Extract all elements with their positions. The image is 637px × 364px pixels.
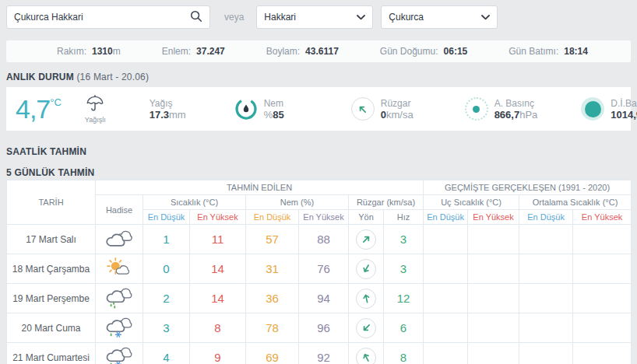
col-header-ext-max: En Yüksek <box>468 210 519 225</box>
temp-max-cell: 8 <box>190 313 246 343</box>
pressure-station-icon <box>465 97 488 121</box>
top-search-bar: veya Hakkari Çukurca <box>0 0 637 29</box>
current-conditions-panel: 4,7°C Yağışlı Yağış 17.3mm <box>6 87 631 131</box>
avg-temp-min-cell <box>519 225 573 254</box>
humidity-metric: Nem %85 <box>234 97 284 121</box>
wind-direction-cell <box>349 343 384 364</box>
ext-temp-max-cell <box>468 343 519 364</box>
wind-direction-arrow-icon <box>356 229 376 250</box>
col-header-avg-max: En Yüksek <box>573 210 632 225</box>
wind-direction-cell <box>349 225 384 254</box>
province-select-value: Hakkari <box>264 12 296 23</box>
current-section-title: ANLIK DURUM (16 Mart - 20.06) <box>6 72 631 82</box>
temp-min-cell: 1 <box>143 225 190 254</box>
wind-direction-arrow-icon <box>356 289 376 309</box>
wind-speed-cell: 12 <box>384 284 424 313</box>
ext-temp-max-cell <box>468 254 519 284</box>
humidity-max-cell: 88 <box>299 225 349 254</box>
date-cell: 19 Mart Perşembe <box>7 284 96 313</box>
col-header-temp-min: En Düşük <box>143 210 190 225</box>
avg-temp-max-cell <box>573 225 632 254</box>
temp-max-cell: 9 <box>190 343 246 364</box>
col-header-average-temp: Ortalama Sıcaklık (°C) <box>519 195 632 210</box>
wind-direction-cell <box>349 313 384 343</box>
forecast-row: 18 Mart Çarşamba01431763 <box>7 254 632 284</box>
ext-temp-min-cell <box>424 343 468 364</box>
wind-direction-arrow-icon <box>356 348 376 364</box>
avg-temp-min-cell <box>519 284 573 313</box>
date-cell: 20 Mart Cuma <box>7 313 96 343</box>
current-condition: Yağışlı <box>85 94 106 124</box>
temp-min-cell: 2 <box>143 284 190 313</box>
col-header-humidity: Nem (%) <box>246 195 349 210</box>
precipitation-metric: Yağış 17.3mm <box>150 98 186 121</box>
hourly-section-title[interactable]: SAATLİK TAHMİN <box>6 146 631 157</box>
five-day-section-title[interactable]: 5 GÜNLÜK TAHMİN <box>6 167 631 178</box>
search-input[interactable] <box>14 12 190 23</box>
humidity-max-cell: 94 <box>299 284 349 313</box>
col-header-wind-dir: Yön <box>349 210 384 225</box>
current-temperature: 4,7°C <box>16 94 62 124</box>
col-header-extreme-temp: Uç Sıcaklık (°C) <box>424 195 519 210</box>
ext-temp-max-cell <box>468 284 519 313</box>
col-header-wind: Rüzgar (km/sa) <box>349 195 424 210</box>
humidity-min-cell: 78 <box>246 313 299 343</box>
col-header-hum-min: En Düşük <box>246 210 299 225</box>
latitude-info: Enlem:37.247 <box>162 46 225 57</box>
ext-temp-max-cell <box>468 225 519 254</box>
avg-temp-min-cell <box>519 343 573 364</box>
humidity-max-cell: 92 <box>299 343 349 364</box>
condition-label: Yağışlı <box>85 116 106 124</box>
forecast-table: TARİH TAHMİN EDİLEN GEÇMİŞTE GERÇEKLEŞEN… <box>6 180 632 364</box>
cloudy-weather-icon <box>96 225 143 254</box>
forecast-body: 17 Mart Salı1115788318 Mart Çarşamba0143… <box>7 225 632 364</box>
wind-direction-cell <box>349 254 384 284</box>
actual-pressure-metric: A. Basınç 866,7hPa <box>465 97 538 121</box>
sunrise-info: Gün Doğumu:06:15 <box>380 46 467 57</box>
date-cell: 17 Mart Salı <box>7 225 96 254</box>
avg-temp-min-cell <box>519 254 573 284</box>
ext-temp-min-cell <box>424 254 468 284</box>
chevron-down-icon <box>481 12 490 23</box>
ext-temp-min-cell <box>424 225 468 254</box>
temp-min-cell: 4 <box>143 343 190 364</box>
humidity-gauge-icon <box>234 97 258 121</box>
temp-min-cell: 3 <box>143 313 190 343</box>
chevron-down-icon <box>357 12 365 23</box>
station-info-bar: Rakım:1310m Enlem:37.247 Boylam:43.6117 … <box>6 40 631 62</box>
temp-min-cell: 0 <box>143 254 190 284</box>
temp-max-cell: 14 <box>190 254 246 284</box>
temp-max-cell: 14 <box>190 284 246 313</box>
weather-page: veya Hakkari Çukurca Rakım:1310m Enlem:3… <box>0 0 637 364</box>
temp-max-cell: 11 <box>190 225 246 254</box>
sleet-weather-icon <box>96 343 143 364</box>
province-select[interactable]: Hakkari <box>256 5 373 29</box>
humidity-min-cell: 36 <box>246 284 299 313</box>
or-label: veya <box>224 12 244 23</box>
forecast-row: 19 Mart Perşembe214369412 <box>7 284 632 313</box>
search-icon <box>190 10 202 25</box>
col-header-date: TARİH <box>7 180 96 225</box>
humidity-min-cell: 57 <box>246 225 299 254</box>
forecast-row: 17 Mart Salı11157883 <box>7 225 632 254</box>
wind-speed-cell: 3 <box>384 254 424 284</box>
search-box[interactable] <box>6 5 210 29</box>
altitude-info: Rakım:1310m <box>57 46 121 57</box>
search-button[interactable] <box>190 10 202 25</box>
group-header-past: GEÇMİŞTE GERÇEKLEŞEN (1991 - 2020) <box>424 180 632 195</box>
wind-speed-cell: 8 <box>384 343 424 364</box>
district-select[interactable]: Çukurca <box>381 5 498 29</box>
sleet-weather-icon <box>96 313 143 343</box>
ext-temp-min-cell <box>424 313 468 343</box>
col-header-wind-speed: Hız <box>384 210 424 225</box>
humidity-min-cell: 69 <box>246 343 299 364</box>
avg-temp-max-cell <box>573 343 632 364</box>
wind-direction-cell <box>349 284 384 313</box>
sea-level-pressure-metric: D.İ.Basınç 1014,9hPa <box>581 97 637 121</box>
wind-direction-arrow-icon <box>356 318 376 338</box>
forecast-row: 20 Mart Cuma3878966 <box>7 313 632 343</box>
district-select-value: Çukurca <box>389 12 424 23</box>
ext-temp-max-cell <box>468 313 519 343</box>
humidity-max-cell: 96 <box>299 313 349 343</box>
rainy-weather-icon <box>96 284 143 313</box>
